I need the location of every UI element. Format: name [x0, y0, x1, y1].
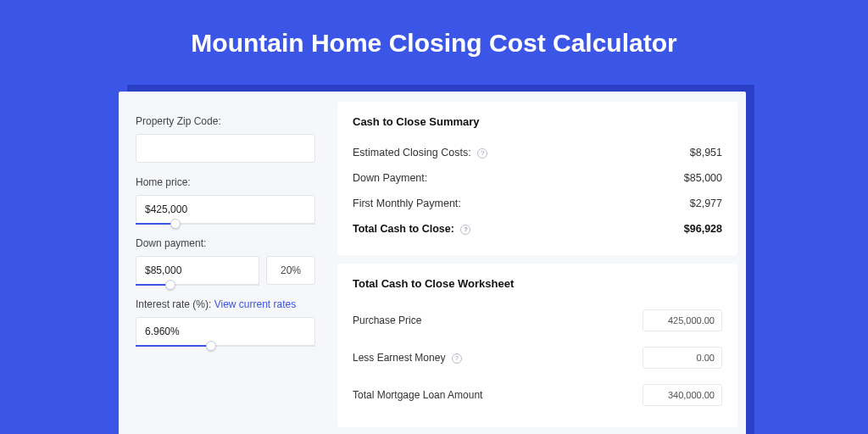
down-payment-field: Down payment: 20% — [136, 237, 315, 285]
home-price-input[interactable] — [136, 195, 315, 224]
home-price-label: Home price: — [136, 176, 315, 188]
interest-rate-slider[interactable] — [136, 317, 315, 346]
worksheet-card: Total Cash to Close Worksheet Purchase P… — [337, 264, 737, 427]
worksheet-row-value[interactable]: 425,000.00 — [643, 309, 722, 331]
help-icon[interactable]: ? — [477, 148, 487, 159]
worksheet-row-label: Total Mortgage Loan Amount — [353, 389, 482, 401]
help-icon[interactable]: ? — [452, 353, 462, 364]
down-payment-label: Down payment: — [136, 237, 315, 249]
summary-row: Down Payment: $85,000 — [353, 165, 722, 191]
help-icon[interactable]: ? — [460, 225, 470, 235]
summary-row-label: Estimated Closing Costs: — [353, 147, 471, 159]
down-payment-pct[interactable]: 20% — [266, 256, 315, 285]
interest-rate-field: Interest rate (%): View current rates — [136, 298, 315, 346]
summary-row: First Monthly Payment: $2,977 — [353, 191, 722, 216]
summary-total-label: Total Cash to Close: — [353, 223, 454, 235]
home-price-field: Home price: — [136, 176, 315, 224]
worksheet-row: Total Mortgage Loan Amount 340,000.00 — [353, 376, 722, 414]
interest-rate-input[interactable] — [136, 317, 315, 346]
worksheet-row-value[interactable]: 0.00 — [643, 347, 722, 369]
calculator-panel: Property Zip Code: Home price: Down paym… — [119, 92, 746, 434]
zip-input[interactable] — [136, 134, 315, 163]
summary-row-value: $2,977 — [690, 198, 722, 209]
down-payment-slider[interactable] — [136, 256, 259, 285]
view-rates-link[interactable]: View current rates — [214, 298, 297, 310]
slider-fill — [136, 345, 211, 347]
slider-thumb[interactable] — [170, 219, 181, 229]
summary-row: Estimated Closing Costs: ? $8,951 — [353, 140, 722, 165]
summary-total-value: $96,928 — [684, 223, 722, 235]
worksheet-row-value[interactable]: 340,000.00 — [643, 384, 722, 406]
summary-row-label: First Monthly Payment: — [353, 198, 461, 209]
summary-row-value: $8,951 — [690, 147, 722, 159]
slider-fill — [136, 223, 175, 225]
worksheet-row: Purchase Price 425,000.00 — [353, 302, 722, 339]
interest-rate-label-text: Interest rate (%): — [136, 298, 211, 310]
slider-thumb[interactable] — [206, 341, 216, 351]
summary-total-row: Total Cash to Close: ? $96,928 — [353, 216, 722, 242]
results-column: Cash to Close Summary Estimated Closing … — [331, 92, 746, 434]
summary-row-value: $85,000 — [684, 172, 722, 184]
worksheet-row-label: Purchase Price — [353, 314, 421, 326]
summary-heading: Cash to Close Summary — [353, 115, 722, 128]
slider-thumb[interactable] — [165, 280, 175, 290]
summary-card: Cash to Close Summary Estimated Closing … — [337, 102, 737, 255]
worksheet-row: Less Earnest Money ? 0.00 — [353, 339, 722, 376]
page-title: Mountain Home Closing Cost Calculator — [0, 0, 868, 80]
zip-label: Property Zip Code: — [136, 115, 315, 127]
zip-field: Property Zip Code: — [136, 115, 315, 163]
inputs-column: Property Zip Code: Home price: Down paym… — [119, 92, 331, 434]
worksheet-heading: Total Cash to Close Worksheet — [353, 277, 722, 290]
down-payment-input[interactable] — [136, 256, 259, 285]
worksheet-row-label: Less Earnest Money — [353, 352, 445, 364]
interest-rate-label: Interest rate (%): View current rates — [136, 298, 315, 310]
home-price-slider[interactable] — [136, 195, 315, 224]
summary-row-label: Down Payment: — [353, 172, 427, 184]
